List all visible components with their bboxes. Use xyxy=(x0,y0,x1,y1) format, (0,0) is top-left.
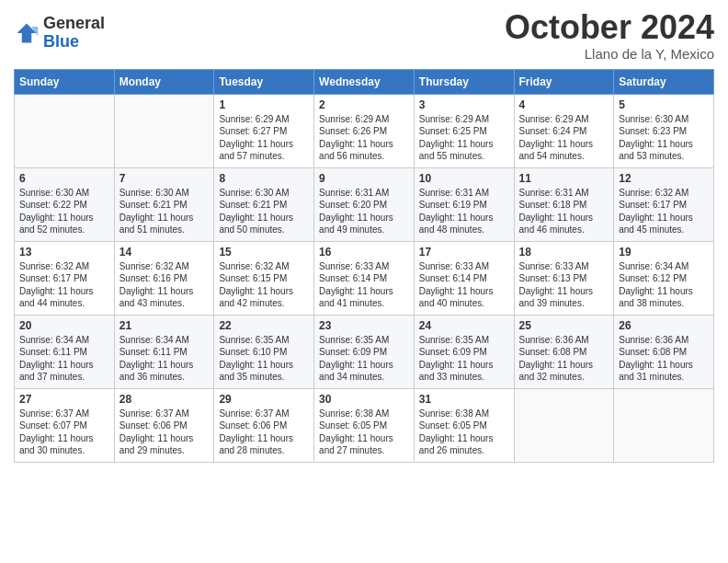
day-number: 23 xyxy=(319,319,409,332)
day-info: Sunrise: 6:29 AM Sunset: 6:27 PM Dayligh… xyxy=(219,113,309,163)
day-info: Sunrise: 6:32 AM Sunset: 6:16 PM Dayligh… xyxy=(119,260,210,310)
day-cell: 10Sunrise: 6:31 AM Sunset: 6:19 PM Dayli… xyxy=(414,167,514,241)
weekday-header-thursday: Thursday xyxy=(414,69,514,94)
day-info: Sunrise: 6:31 AM Sunset: 6:20 PM Dayligh… xyxy=(319,187,409,236)
day-cell: 4Sunrise: 6:29 AM Sunset: 6:24 PM Daylig… xyxy=(514,94,614,167)
weekday-header-wednesday: Wednesday xyxy=(314,69,415,94)
logo-blue: Blue xyxy=(43,33,105,52)
day-cell xyxy=(614,388,714,462)
day-info: Sunrise: 6:36 AM Sunset: 6:08 PM Dayligh… xyxy=(519,334,609,384)
day-info: Sunrise: 6:29 AM Sunset: 6:25 PM Dayligh… xyxy=(419,113,509,163)
day-info: Sunrise: 6:30 AM Sunset: 6:22 PM Dayligh… xyxy=(19,187,109,236)
day-number: 12 xyxy=(619,172,709,185)
day-info: Sunrise: 6:33 AM Sunset: 6:14 PM Dayligh… xyxy=(419,260,509,310)
header: General Blue October 2024 Llano de la Y,… xyxy=(14,9,714,62)
day-cell: 31Sunrise: 6:38 AM Sunset: 6:05 PM Dayli… xyxy=(414,388,514,462)
day-number: 14 xyxy=(119,246,210,259)
day-cell: 16Sunrise: 6:33 AM Sunset: 6:14 PM Dayli… xyxy=(314,241,415,315)
title-block: October 2024 Llano de la Y, Mexico xyxy=(505,9,714,62)
day-info: Sunrise: 6:34 AM Sunset: 6:11 PM Dayligh… xyxy=(19,334,109,384)
day-info: Sunrise: 6:33 AM Sunset: 6:14 PM Dayligh… xyxy=(319,260,409,310)
day-info: Sunrise: 6:33 AM Sunset: 6:13 PM Dayligh… xyxy=(519,260,609,310)
day-number: 25 xyxy=(519,319,609,332)
day-info: Sunrise: 6:34 AM Sunset: 6:11 PM Dayligh… xyxy=(119,334,210,384)
day-number: 5 xyxy=(619,98,709,111)
day-cell: 19Sunrise: 6:34 AM Sunset: 6:12 PM Dayli… xyxy=(614,241,714,315)
logo-general: General xyxy=(43,15,105,33)
day-info: Sunrise: 6:30 AM Sunset: 6:21 PM Dayligh… xyxy=(119,187,210,236)
day-number: 20 xyxy=(19,319,109,332)
day-number: 11 xyxy=(519,172,609,185)
calendar-page: General Blue October 2024 Llano de la Y,… xyxy=(0,0,728,477)
day-number: 9 xyxy=(319,172,409,185)
logo: General Blue xyxy=(14,15,105,52)
day-info: Sunrise: 6:37 AM Sunset: 6:06 PM Dayligh… xyxy=(219,408,309,457)
day-cell: 11Sunrise: 6:31 AM Sunset: 6:18 PM Dayli… xyxy=(514,167,614,241)
calendar-table: SundayMondayTuesdayWednesdayThursdayFrid… xyxy=(14,69,714,463)
day-cell: 23Sunrise: 6:35 AM Sunset: 6:09 PM Dayli… xyxy=(314,315,415,388)
day-info: Sunrise: 6:36 AM Sunset: 6:08 PM Dayligh… xyxy=(619,334,709,384)
day-info: Sunrise: 6:29 AM Sunset: 6:24 PM Dayligh… xyxy=(519,113,609,163)
day-info: Sunrise: 6:30 AM Sunset: 6:23 PM Dayligh… xyxy=(619,113,709,163)
weekday-header-saturday: Saturday xyxy=(614,69,714,94)
day-info: Sunrise: 6:31 AM Sunset: 6:18 PM Dayligh… xyxy=(519,187,609,236)
day-cell: 9Sunrise: 6:31 AM Sunset: 6:20 PM Daylig… xyxy=(314,167,415,241)
day-number: 24 xyxy=(419,319,509,332)
day-info: Sunrise: 6:35 AM Sunset: 6:09 PM Dayligh… xyxy=(419,334,509,384)
day-info: Sunrise: 6:32 AM Sunset: 6:17 PM Dayligh… xyxy=(619,187,709,236)
weekday-header-friday: Friday xyxy=(514,69,614,94)
day-number: 27 xyxy=(19,393,109,406)
day-info: Sunrise: 6:30 AM Sunset: 6:21 PM Dayligh… xyxy=(219,187,309,236)
day-number: 17 xyxy=(419,246,509,259)
weekday-header-row: SundayMondayTuesdayWednesdayThursdayFrid… xyxy=(15,69,714,94)
day-cell: 20Sunrise: 6:34 AM Sunset: 6:11 PM Dayli… xyxy=(15,315,115,388)
weekday-header-tuesday: Tuesday xyxy=(214,69,314,94)
day-number: 18 xyxy=(519,246,609,259)
day-info: Sunrise: 6:37 AM Sunset: 6:07 PM Dayligh… xyxy=(19,408,109,457)
day-cell: 24Sunrise: 6:35 AM Sunset: 6:09 PM Dayli… xyxy=(414,315,514,388)
week-row-4: 27Sunrise: 6:37 AM Sunset: 6:07 PM Dayli… xyxy=(15,388,714,462)
day-cell: 7Sunrise: 6:30 AM Sunset: 6:21 PM Daylig… xyxy=(114,167,214,241)
day-cell: 27Sunrise: 6:37 AM Sunset: 6:07 PM Dayli… xyxy=(15,388,115,462)
day-cell: 14Sunrise: 6:32 AM Sunset: 6:16 PM Dayli… xyxy=(114,241,214,315)
day-number: 3 xyxy=(419,98,509,111)
day-number: 8 xyxy=(219,172,309,185)
month-title: October 2024 xyxy=(505,9,714,46)
day-cell: 26Sunrise: 6:36 AM Sunset: 6:08 PM Dayli… xyxy=(614,315,714,388)
week-row-1: 6Sunrise: 6:30 AM Sunset: 6:22 PM Daylig… xyxy=(15,167,714,241)
week-row-3: 20Sunrise: 6:34 AM Sunset: 6:11 PM Dayli… xyxy=(15,315,714,388)
day-number: 10 xyxy=(419,172,509,185)
day-cell: 21Sunrise: 6:34 AM Sunset: 6:11 PM Dayli… xyxy=(114,315,214,388)
day-cell: 6Sunrise: 6:30 AM Sunset: 6:22 PM Daylig… xyxy=(15,167,115,241)
day-number: 15 xyxy=(219,246,309,259)
day-info: Sunrise: 6:37 AM Sunset: 6:06 PM Dayligh… xyxy=(119,408,210,457)
day-number: 19 xyxy=(619,246,709,259)
day-number: 22 xyxy=(219,319,309,332)
location: Llano de la Y, Mexico xyxy=(505,46,714,62)
day-info: Sunrise: 6:35 AM Sunset: 6:09 PM Dayligh… xyxy=(319,334,409,384)
day-cell: 12Sunrise: 6:32 AM Sunset: 6:17 PM Dayli… xyxy=(614,167,714,241)
day-info: Sunrise: 6:31 AM Sunset: 6:19 PM Dayligh… xyxy=(419,187,509,236)
day-number: 26 xyxy=(619,319,709,332)
day-number: 30 xyxy=(319,393,409,406)
day-info: Sunrise: 6:38 AM Sunset: 6:05 PM Dayligh… xyxy=(419,408,509,457)
week-row-2: 13Sunrise: 6:32 AM Sunset: 6:17 PM Dayli… xyxy=(15,241,714,315)
day-number: 29 xyxy=(219,393,309,406)
day-number: 21 xyxy=(119,319,210,332)
day-info: Sunrise: 6:32 AM Sunset: 6:17 PM Dayligh… xyxy=(19,260,109,310)
day-info: Sunrise: 6:29 AM Sunset: 6:26 PM Dayligh… xyxy=(319,113,409,163)
day-number: 2 xyxy=(319,98,409,111)
day-number: 16 xyxy=(319,246,409,259)
day-cell: 5Sunrise: 6:30 AM Sunset: 6:23 PM Daylig… xyxy=(614,94,714,167)
day-cell: 13Sunrise: 6:32 AM Sunset: 6:17 PM Dayli… xyxy=(15,241,115,315)
day-cell: 29Sunrise: 6:37 AM Sunset: 6:06 PM Dayli… xyxy=(214,388,314,462)
day-cell: 8Sunrise: 6:30 AM Sunset: 6:21 PM Daylig… xyxy=(214,167,314,241)
day-cell xyxy=(15,94,115,167)
week-row-0: 1Sunrise: 6:29 AM Sunset: 6:27 PM Daylig… xyxy=(15,94,714,167)
logo-text: General Blue xyxy=(43,15,105,52)
logo-icon xyxy=(14,20,40,46)
day-cell xyxy=(114,94,214,167)
day-info: Sunrise: 6:38 AM Sunset: 6:05 PM Dayligh… xyxy=(319,408,409,457)
day-number: 6 xyxy=(19,172,109,185)
day-cell: 18Sunrise: 6:33 AM Sunset: 6:13 PM Dayli… xyxy=(514,241,614,315)
